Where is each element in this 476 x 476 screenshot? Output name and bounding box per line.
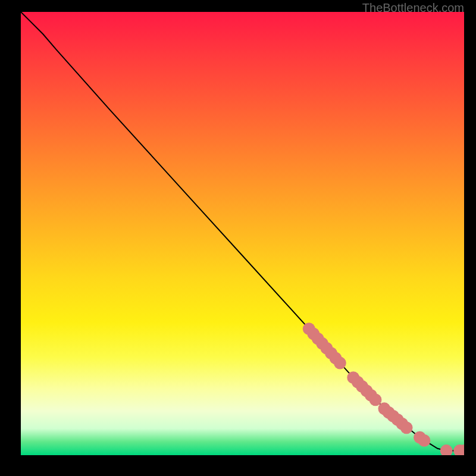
chart-curve-line xyxy=(21,12,464,451)
chart-marker-point xyxy=(400,421,413,434)
chart-marker-point xyxy=(369,393,382,406)
chart-marker-point xyxy=(418,434,431,447)
chart-marker-point xyxy=(334,357,346,369)
chart-markers xyxy=(303,322,464,455)
chart-marker-point xyxy=(440,444,453,455)
watermark-text: TheBottleneck.com xyxy=(362,1,464,15)
chart-overlay xyxy=(21,12,464,455)
